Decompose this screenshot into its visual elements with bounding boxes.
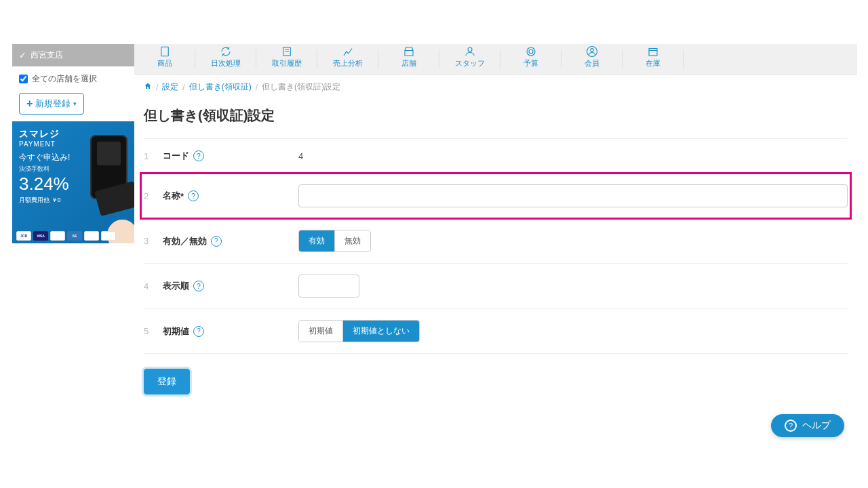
nav-store[interactable]: 店舗 [378, 44, 439, 74]
order-input[interactable] [298, 274, 359, 298]
label-text: 有効／無効 [163, 235, 207, 247]
label-text: 名称 [163, 190, 180, 202]
svg-point-3 [527, 47, 535, 56]
code-value: 4 [298, 151, 848, 161]
nav-label: 取引履歴 [272, 58, 302, 68]
sidebar: ✓ 西宮支店 全ての店舗を選択 + 新規登録 ▾ スマレジ PAYMENT 今す… [12, 44, 134, 408]
nav-staff[interactable]: スタッフ [439, 44, 500, 74]
row-label: 表示順 ? [163, 280, 298, 292]
nav-label: 売上分析 [333, 58, 363, 68]
svg-point-4 [529, 49, 533, 54]
crumb-settings[interactable]: 設定 [162, 81, 178, 93]
nav-label: 会員 [585, 58, 599, 68]
page-title: 但し書き(領収証)設定 [144, 106, 848, 125]
help-icon[interactable]: ? [193, 281, 204, 291]
nav-label: 予算 [524, 58, 538, 68]
staff-icon [463, 45, 477, 58]
home-icon[interactable] [144, 82, 152, 92]
nav-member[interactable]: 会員 [561, 44, 623, 74]
form-row-enabled: 3 有効／無効 ? 有効 無効 [144, 218, 848, 263]
enabled-on-button[interactable]: 有効 [299, 230, 334, 251]
row-num: 4 [144, 281, 163, 291]
help-icon[interactable]: ? [193, 326, 204, 337]
refresh-icon [219, 45, 233, 58]
help-icon[interactable]: ? [211, 236, 222, 247]
help-icon[interactable]: ? [193, 150, 204, 161]
store-icon [402, 45, 416, 58]
nav-daily[interactable]: 日次処理 [195, 44, 256, 74]
box-icon [646, 45, 660, 58]
form-row-code: 1 コード ? 4 [144, 138, 848, 173]
sidebar-store-selector[interactable]: ✓ 西宮支店 [12, 44, 134, 66]
help-icon[interactable]: ? [188, 190, 199, 201]
nav-stock[interactable]: 在庫 [623, 44, 684, 74]
nav-history[interactable]: 取引履歴 [256, 44, 317, 74]
nav-label: 店舗 [401, 58, 416, 68]
default-off-button[interactable]: 初期値としない [342, 321, 419, 342]
promo-banner[interactable]: スマレジ PAYMENT 今すぐ申込み! 決済手数料 3.24% 月額費用他 ￥… [12, 121, 134, 243]
target-icon [524, 45, 538, 58]
enabled-toggle: 有効 無効 [298, 230, 371, 252]
required-mark: * [180, 191, 184, 201]
default-toggle: 初期値 初期値としない [298, 320, 420, 342]
nav-label: スタッフ [455, 58, 485, 68]
nav-budget[interactable]: 予算 [500, 44, 561, 74]
all-stores-label: 全ての店舗を選択 [32, 73, 97, 85]
row-label: 有効／無効 ? [163, 235, 298, 247]
tag-icon [158, 45, 172, 58]
svg-point-5 [591, 49, 594, 52]
row-num: 3 [144, 236, 163, 246]
row-num: 1 [144, 151, 163, 161]
nav-analysis[interactable]: 売上分析 [317, 44, 378, 74]
row-label: 初期値 ? [163, 325, 298, 338]
top-nav: 商品 日次処理 取引履歴 売上分析 店舗 スタッフ [134, 44, 857, 75]
row-num: 2 [144, 191, 163, 201]
all-stores-input[interactable] [19, 75, 28, 83]
all-stores-checkbox[interactable]: 全ての店舗を選択 [19, 73, 127, 85]
row-label: 名称* ? [163, 190, 298, 202]
credit-cards-row: JCB VISA MC AE DC DS [16, 231, 116, 241]
name-input[interactable] [298, 184, 848, 207]
amex-icon: AE [67, 231, 82, 241]
label-text: コード [163, 150, 189, 162]
default-on-button[interactable]: 初期値 [299, 321, 342, 342]
store-name: 西宮支店 [31, 49, 63, 61]
check-icon: ✓ [19, 50, 26, 60]
new-register-label: 新規登録 [35, 98, 71, 110]
caret-down-icon: ▾ [73, 100, 77, 107]
discover-icon: DS [101, 231, 116, 241]
nav-label: 日次処理 [211, 58, 241, 68]
new-register-button[interactable]: + 新規登録 ▾ [19, 93, 84, 115]
sep: / [182, 83, 184, 92]
sep: / [156, 83, 158, 92]
nav-products[interactable]: 商品 [134, 44, 195, 74]
nav-label: 商品 [157, 58, 172, 68]
sep: / [256, 83, 258, 92]
submit-button[interactable]: 登録 [144, 369, 190, 394]
diners-icon: DC [84, 231, 99, 241]
form-row-default: 5 初期値 ? 初期値 初期値としない [144, 308, 848, 353]
nav-label: 在庫 [646, 58, 660, 68]
member-icon [585, 45, 599, 58]
chart-icon [341, 45, 355, 58]
receipt-icon [280, 45, 294, 58]
form-row-name: 2 名称* ? [144, 173, 848, 218]
plus-icon: + [26, 98, 33, 110]
mastercard-icon: MC [50, 231, 65, 241]
label-text: 表示順 [163, 280, 189, 292]
form-row-order: 4 表示順 ? [144, 263, 848, 308]
svg-point-2 [468, 47, 472, 52]
svg-rect-0 [161, 47, 169, 56]
crumb-parent[interactable]: 但し書き(領収証) [189, 81, 252, 93]
enabled-off-button[interactable]: 無効 [334, 230, 370, 251]
label-text: 初期値 [163, 325, 189, 338]
row-label: コード ? [163, 150, 298, 162]
svg-rect-7 [649, 49, 657, 56]
main: 商品 日次処理 取引履歴 売上分析 店舗 スタッフ [134, 44, 857, 408]
crumb-current: 但し書き(領収証)設定 [262, 81, 340, 93]
row-num: 5 [144, 326, 163, 336]
breadcrumb: / 設定 / 但し書き(領収証) / 但し書き(領収証)設定 [134, 75, 857, 100]
visa-icon: VISA [33, 231, 48, 241]
jcb-icon: JCB [16, 231, 31, 241]
